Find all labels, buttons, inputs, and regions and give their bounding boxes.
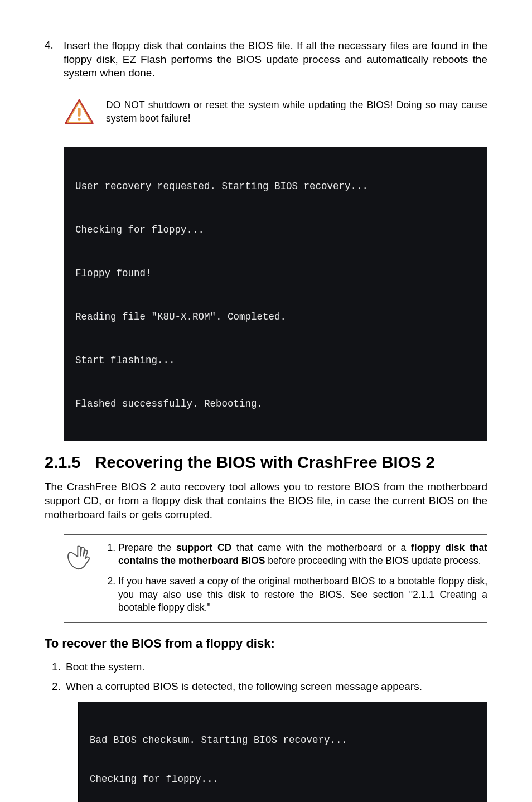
step-number: 4. [45,39,64,80]
note-item-1: Prepare the support CD that came with th… [118,542,487,568]
terminal-line: Bad BIOS checksum. Starting BIOS recover… [90,735,476,746]
note-callout: Prepare the support CD that came with th… [64,534,487,623]
section-title: Recovering the BIOS with CrashFree BIOS … [95,453,435,472]
warning-icon [64,98,95,128]
terminal-line: User recovery requested. Starting BIOS r… [75,181,476,192]
warning-callout: DO NOT shutdown or reset the system whil… [64,88,487,137]
terminal-line: Floppy found! [75,268,476,279]
terminal-line: Checking for floppy... [75,224,476,235]
terminal-line: Reading file "K8U-X.ROM". Completed. [75,311,476,322]
recovery-step-1: Boot the system. [64,660,487,674]
terminal-line: Flashed successfully. Rebooting. [75,398,476,409]
note-hand-icon [64,542,95,615]
recovery-steps: Boot the system. When a corrupted BIOS i… [45,660,487,694]
terminal-output-2: Bad BIOS checksum. Starting BIOS recover… [78,702,487,802]
section-heading: 2.1.5 Recovering the BIOS with CrashFree… [45,453,487,472]
section-number: 2.1.5 [45,453,81,472]
note-item-2: If you have saved a copy of the original… [118,575,487,614]
note-list: Prepare the support CD that came with th… [105,542,487,615]
recovery-step-2: When a corrupted BIOS is detected, the f… [64,679,487,694]
terminal-line: Start flashing... [75,355,476,366]
svg-rect-0 [78,108,80,117]
subsection-heading: To recover the BIOS from a floppy disk: [45,636,487,651]
section-intro: The CrashFree BIOS 2 auto recovery tool … [45,480,487,521]
step-text: Insert the floppy disk that contains the… [64,39,487,80]
terminal-line: Checking for floppy... [90,774,476,785]
svg-point-1 [78,118,81,121]
step-4: 4. Insert the floppy disk that contains … [45,39,487,80]
warning-text: DO NOT shutdown or reset the system whil… [106,94,487,131]
terminal-output-1: User recovery requested. Starting BIOS r… [64,147,487,441]
